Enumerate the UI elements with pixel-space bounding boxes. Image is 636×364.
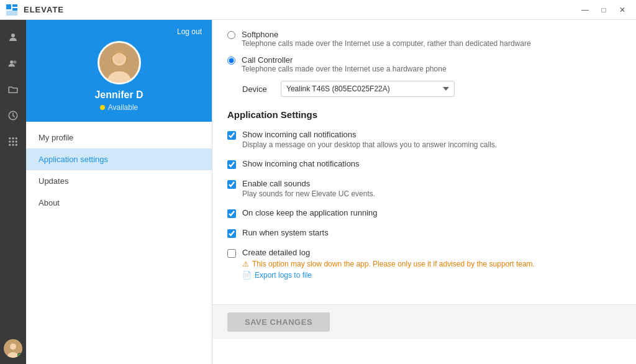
profile-avatar	[98, 41, 141, 84]
call-controller-desc: Telephone calls made over the Internet u…	[242, 65, 447, 73]
sidebar-icon-grid[interactable]	[2, 130, 24, 153]
softphone-radio[interactable]	[227, 31, 235, 39]
softphone-label: Softphone	[242, 30, 531, 39]
app-settings-section: Application Settings Show incoming call …	[227, 109, 621, 280]
content-scroll: Softphone Telephone calls made over the …	[212, 20, 636, 304]
device-label: Device	[242, 84, 273, 94]
svg-rect-8	[9, 137, 11, 139]
warning-message: This option may slow down the app. Pleas…	[252, 260, 535, 268]
svg-rect-13	[16, 141, 17, 143]
window-controls: — □ ✕	[576, 3, 631, 17]
softphone-row: Softphone Telephone calls made over the …	[227, 30, 621, 48]
folder-icon	[7, 84, 19, 95]
incoming-call-checkbox[interactable]	[227, 131, 236, 140]
save-bar: SAVE CHANGES	[212, 304, 636, 339]
keep-running-text: On close keep the application running	[242, 208, 378, 217]
app-title: ELEVATE	[24, 5, 64, 14]
app-body: Log out Jennifer D	[0, 20, 636, 364]
detailed-log-label: Create detailed log	[242, 248, 535, 257]
sidebar-icon-contacts[interactable]	[2, 52, 24, 75]
setting-detailed-log: Create detailed log ⚠ This option may sl…	[227, 248, 621, 280]
export-icon: 📄	[242, 271, 252, 280]
warning-text-wrap: ⚠ This option may slow down the app. Ple…	[242, 260, 535, 268]
sidebar-avatar[interactable]	[4, 339, 22, 358]
incoming-call-label: Show incoming call notifications	[242, 130, 497, 139]
incoming-chat-label: Show incoming chat notifications	[242, 159, 360, 168]
svg-rect-12	[12, 141, 14, 143]
setting-run-on-start: Run when system starts	[227, 228, 621, 238]
call-controller-row: Call Controller Telephone calls made ove…	[227, 55, 621, 73]
call-controller-label: Call Controller	[242, 55, 447, 65]
svg-point-5	[10, 60, 13, 63]
svg-rect-11	[9, 141, 11, 143]
close-button[interactable]: ✕	[614, 3, 631, 17]
detailed-log-text: Create detailed log ⚠ This option may sl…	[242, 248, 535, 280]
call-controller-label-wrap: Call Controller Telephone calls made ove…	[242, 55, 447, 73]
run-on-start-checkbox[interactable]	[227, 229, 236, 238]
keep-running-label: On close keep the application running	[242, 208, 378, 217]
setting-call-sounds: Enable call sounds Play sounds for new E…	[227, 179, 621, 198]
profile-status: Available	[100, 103, 138, 112]
nav-item-my-profile[interactable]: My profile	[26, 127, 212, 148]
contacts-icon	[7, 58, 19, 69]
minimize-button[interactable]: —	[576, 3, 594, 17]
elevate-logo-icon	[5, 3, 19, 17]
right-content: Softphone Telephone calls made over the …	[212, 20, 636, 364]
call-sounds-checkbox[interactable]	[227, 180, 236, 189]
detailed-log-checkbox[interactable]	[227, 249, 236, 258]
section-title: Application Settings	[227, 109, 621, 120]
nav-menu: My profile Application settings Updates …	[26, 122, 212, 364]
sidebar-icon-folder[interactable]	[2, 78, 24, 101]
incoming-chat-checkbox[interactable]	[227, 160, 236, 169]
setting-incoming-call: Show incoming call notifications Display…	[227, 130, 621, 149]
nav-item-app-settings[interactable]: Application settings	[26, 148, 212, 170]
softphone-label-wrap: Softphone Telephone calls made over the …	[242, 30, 531, 48]
sidebar-bottom	[4, 339, 22, 364]
svg-rect-1	[12, 4, 17, 7]
keep-running-checkbox[interactable]	[227, 209, 236, 218]
nav-item-updates[interactable]: Updates	[26, 170, 212, 192]
call-sounds-desc: Play sounds for new Elevate UC events.	[242, 189, 375, 198]
status-indicator	[17, 353, 22, 358]
svg-rect-3	[6, 11, 17, 16]
svg-rect-14	[9, 144, 11, 146]
maximize-button[interactable]: □	[595, 3, 612, 17]
setting-keep-running: On close keep the application running	[227, 208, 621, 218]
softphone-desc: Telephone calls made over the Internet u…	[242, 39, 531, 48]
icon-sidebar	[0, 20, 26, 364]
titlebar: ELEVATE — □ ✕	[0, 0, 636, 20]
call-sounds-label: Enable call sounds	[242, 179, 375, 188]
setting-incoming-chat: Show incoming chat notifications	[227, 159, 621, 169]
export-link[interactable]: 📄 Export logs to file	[242, 271, 535, 280]
svg-rect-16	[16, 144, 17, 146]
avatar-image	[99, 41, 139, 84]
call-controller-radio[interactable]	[227, 57, 235, 65]
svg-rect-2	[12, 8, 17, 11]
grid-icon	[7, 136, 19, 147]
nav-item-about[interactable]: About	[26, 192, 212, 214]
clock-icon	[7, 110, 19, 121]
svg-point-4	[11, 34, 15, 37]
svg-rect-9	[12, 137, 14, 139]
sidebar-icon-person[interactable]	[2, 26, 24, 48]
left-panel: Log out Jennifer D	[26, 20, 212, 364]
svg-point-18	[10, 344, 16, 350]
profile-name: Jennifer D	[94, 89, 143, 101]
profile-avatar-wrap: Jennifer D Available	[36, 41, 202, 112]
run-on-start-text: Run when system starts	[242, 228, 329, 237]
incoming-call-text: Show incoming call notifications Display…	[242, 130, 497, 149]
incoming-call-desc: Display a message on your desktop that a…	[242, 140, 497, 149]
logout-link[interactable]: Log out	[177, 27, 202, 36]
svg-rect-10	[16, 137, 17, 139]
phone-section: Softphone Telephone calls made over the …	[227, 30, 621, 97]
device-row: Device Yealink T46S (805EC025F22A)	[242, 81, 621, 97]
incoming-chat-text: Show incoming chat notifications	[242, 159, 360, 168]
profile-header: Log out Jennifer D	[26, 20, 212, 122]
status-label: Available	[108, 103, 138, 112]
call-sounds-text: Enable call sounds Play sounds for new E…	[242, 179, 375, 198]
save-button[interactable]: SAVE CHANGES	[227, 312, 330, 332]
run-on-start-label: Run when system starts	[242, 228, 329, 237]
sidebar-icon-clock[interactable]	[2, 104, 24, 127]
svg-rect-0	[6, 4, 11, 9]
device-select[interactable]: Yealink T46S (805EC025F22A)	[281, 81, 455, 97]
